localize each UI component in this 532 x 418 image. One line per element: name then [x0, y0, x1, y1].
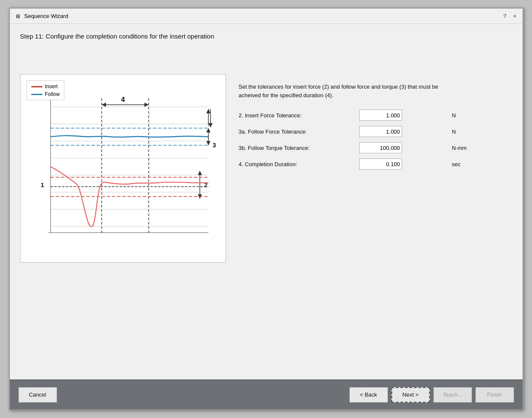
svg-marker-22: [198, 171, 202, 175]
fields-grid: 2. Insert Force Tolerance:N3a. Follow Fo…: [239, 110, 512, 170]
legend-insert-line: [31, 86, 42, 87]
title-bar: ⊞ Sequence Wizard ? ×: [10, 9, 523, 24]
svg-text:1: 1: [41, 182, 44, 188]
field-input-follow-force-tolerance[interactable]: [359, 126, 402, 137]
field-unit-completion-duration: sec: [452, 161, 512, 167]
field-unit-insert-force-tolerance: N: [452, 112, 512, 119]
finish-button[interactable]: Finish: [475, 387, 514, 403]
help-button[interactable]: ?: [502, 13, 508, 19]
title-bar-right: ? ×: [502, 13, 518, 19]
field-unit-follow-torque-tolerance: N·mm: [452, 145, 512, 151]
footer-right: < Back Next > Teach... Finish: [349, 387, 514, 403]
svg-marker-13: [102, 103, 106, 107]
field-unit-follow-force-tolerance: N: [452, 128, 512, 135]
legend: Insert Follow: [27, 81, 65, 100]
main-window: ⊞ Sequence Wizard ? × Step 11: Configure…: [9, 8, 523, 410]
cancel-button[interactable]: Cancel: [18, 387, 57, 403]
description-text: Set the tolerances for insert force (2) …: [239, 83, 445, 99]
footer: Cancel < Back Next > Teach... Finish: [10, 379, 523, 409]
diagram-panel: Insert Follow: [20, 74, 226, 263]
legend-follow: Follow: [31, 91, 60, 97]
field-label-follow-force-tolerance: 3a. Follow Force Tolerance:: [239, 128, 355, 135]
legend-follow-line: [31, 94, 42, 95]
teach-button[interactable]: Teach...: [433, 387, 472, 403]
right-panel: Set the tolerances for insert force (2) …: [239, 74, 512, 170]
field-input-follow-torque-tolerance[interactable]: [359, 142, 402, 153]
diagram-svg: 4 3 2 1: [25, 79, 221, 242]
main-body: Insert Follow: [20, 74, 512, 371]
svg-text:4: 4: [121, 96, 125, 103]
field-input-completion-duration[interactable]: [359, 158, 402, 170]
svg-marker-14: [144, 103, 148, 107]
svg-marker-17: [206, 109, 210, 113]
content-area: Step 11: Configure the completion condit…: [10, 24, 523, 379]
field-label-completion-duration: 4. Completion Duration:: [239, 161, 355, 167]
svg-marker-34: [208, 123, 213, 127]
title-bar-left: ⊞ Sequence Wizard: [14, 13, 69, 20]
next-button[interactable]: Next >: [391, 387, 430, 403]
close-button[interactable]: ×: [511, 13, 518, 19]
footer-left: Cancel: [18, 387, 345, 403]
window-title: Sequence Wizard: [24, 13, 69, 19]
field-input-insert-force-tolerance[interactable]: [359, 110, 402, 121]
svg-text:3: 3: [213, 142, 216, 149]
field-label-insert-force-tolerance: 2. Insert Force Tolerance:: [239, 112, 355, 119]
window-icon: ⊞: [14, 13, 22, 20]
field-label-follow-torque-tolerance: 3b. Follow Torque Tolerance:: [239, 145, 355, 151]
legend-insert: Insert: [31, 84, 60, 90]
legend-follow-label: Follow: [45, 91, 60, 97]
back-button[interactable]: < Back: [349, 387, 388, 403]
legend-insert-label: Insert: [45, 84, 58, 90]
svg-marker-29: [206, 141, 210, 145]
step-title: Step 11: Configure the completion condit…: [20, 33, 512, 40]
svg-marker-28: [206, 128, 210, 132]
